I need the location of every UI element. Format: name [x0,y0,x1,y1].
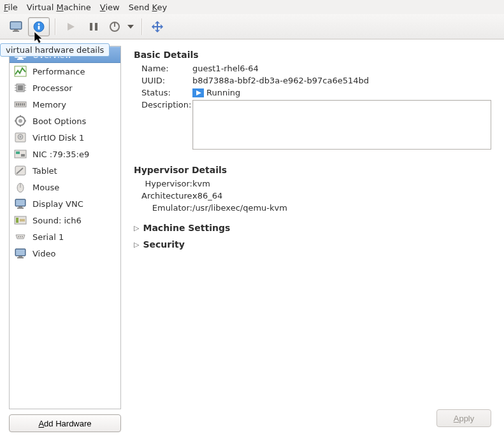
svg-rect-28 [16,103,17,106]
svg-rect-1 [11,22,21,29]
uuid-value: b8d7388a-bbf2-db3a-e962-b97ca6e514bd [192,76,491,85]
power-icon [109,21,120,32]
console-button[interactable] [5,17,27,36]
description-label: Description: [134,100,192,109]
name-value: guest1-rhel6-64 [192,64,491,73]
svg-rect-11 [114,22,115,27]
hypervisor-value: kvm [192,179,491,188]
svg-rect-44 [21,154,25,157]
sidebar-item-label: Tablet [32,166,57,176]
emulator-value: /usr/libexec/qemu-kvm [192,203,491,213]
svg-point-56 [18,236,19,237]
svg-rect-51 [18,206,22,207]
tablet-icon [13,164,27,177]
details-button[interactable] [28,17,50,36]
svg-rect-30 [20,103,21,106]
svg-rect-32 [24,103,25,106]
sidebar-item-label: VirtIO Disk 1 [32,133,84,143]
svg-rect-20 [18,85,23,90]
boot-icon [13,115,27,127]
svg-rect-54 [16,218,18,223]
shutdown-menu-button[interactable] [125,17,136,36]
description-input[interactable] [192,100,491,150]
architecture-value: x86_64 [192,191,491,200]
sidebar-item-label: Display VNC [32,199,83,209]
display-icon [13,197,27,210]
sidebar-item-performance[interactable]: Performance [10,63,120,80]
hypervisor-details-section: Hypervisor Details Hypervisor: kvm Archi… [134,165,491,215]
mouse-icon [13,181,27,193]
hypervisor-details-title: Hypervisor Details [134,165,491,175]
svg-rect-6 [38,25,40,29]
menu-virtual-machine[interactable]: Virtual Machine [27,3,91,12]
sidebar-item-mouse[interactable]: Mouse [10,179,120,195]
sidebar-item-processor[interactable]: Processor [10,80,120,96]
fullscreen-icon [151,20,164,33]
svg-rect-55 [20,219,25,222]
menu-file[interactable]: File [4,3,18,12]
toolbar-separator-2 [141,18,143,35]
svg-rect-50 [16,200,25,206]
svg-rect-8 [90,23,92,31]
svg-rect-62 [17,257,24,258]
svg-rect-16 [18,57,22,59]
uuid-label: UUID: [134,76,192,85]
security-expander[interactable]: ▷ Security [134,239,491,250]
disk-icon [13,131,27,144]
basic-details-title: Basic Details [134,50,491,60]
shutdown-button[interactable] [106,17,124,36]
svg-point-58 [22,236,23,237]
basic-details-section: Basic Details Name: guest1-rhel6-64 UUID… [134,50,491,152]
sound-icon [13,214,27,227]
content-pane: Basic Details Name: guest1-rhel6-64 UUID… [125,39,504,436]
sidebar-item-sound[interactable]: Sound: ich6 [10,212,120,229]
sidebar-item-label: Mouse [32,183,59,192]
chevron-down-icon [127,24,134,30]
sidebar-item-label: Sound: ich6 [32,216,82,225]
triangle-right-icon: ▷ [134,224,139,232]
sidebar-item-label: Serial 1 [32,232,64,242]
processor-icon [13,81,27,94]
svg-rect-61 [18,256,22,257]
memory-icon [13,98,27,111]
sidebar-item-tablet[interactable]: Tablet [10,162,120,179]
sidebar-item-label: Processor [32,83,73,93]
sidebar-item-serial[interactable]: Serial 1 [10,229,120,245]
security-label: Security [143,239,184,250]
architecture-label: Architecture: [134,191,192,200]
performance-icon [13,65,27,78]
svg-point-57 [20,236,21,237]
fullscreen-button[interactable] [147,17,168,36]
apply-button[interactable]: Apply [436,409,491,427]
sidebar-item-nic[interactable]: NIC :79:35:e9 [10,146,120,162]
sidebar-item-memory[interactable]: Memory [10,96,120,113]
run-button[interactable] [60,17,82,36]
footer: Apply [134,403,491,427]
svg-rect-2 [14,29,18,31]
menu-view[interactable]: View [100,3,120,12]
sidebar-item-boot-options[interactable]: Boot Options [10,113,120,129]
machine-settings-label: Machine Settings [143,223,230,233]
monitor-icon [9,20,23,33]
sidebar-container: Overview Performance Processor Memory Bo… [0,39,125,436]
status-label: Status: [134,88,192,97]
svg-point-34 [18,119,22,123]
svg-point-41 [20,136,21,137]
machine-settings-expander[interactable]: ▷ Machine Settings [134,223,491,233]
status-text: Running [206,88,240,97]
status-value: Running [192,88,491,97]
svg-rect-43 [16,151,20,154]
sidebar-item-display[interactable]: Display VNC [10,195,120,212]
menu-send-key[interactable]: Send Key [129,3,167,12]
sidebar-item-disk[interactable]: VirtIO Disk 1 [10,129,120,146]
svg-rect-3 [13,31,19,32]
running-icon [192,88,204,97]
toolbar: virtual hardware details [0,14,504,39]
sidebar-item-label: Video [32,249,55,258]
nic-icon [13,148,27,160]
tooltip: virtual hardware details [0,43,110,57]
pause-button[interactable] [83,17,104,36]
svg-point-5 [38,23,40,25]
add-hardware-button[interactable]: Add Hardware [9,414,121,432]
sidebar-item-video[interactable]: Video [10,245,120,262]
